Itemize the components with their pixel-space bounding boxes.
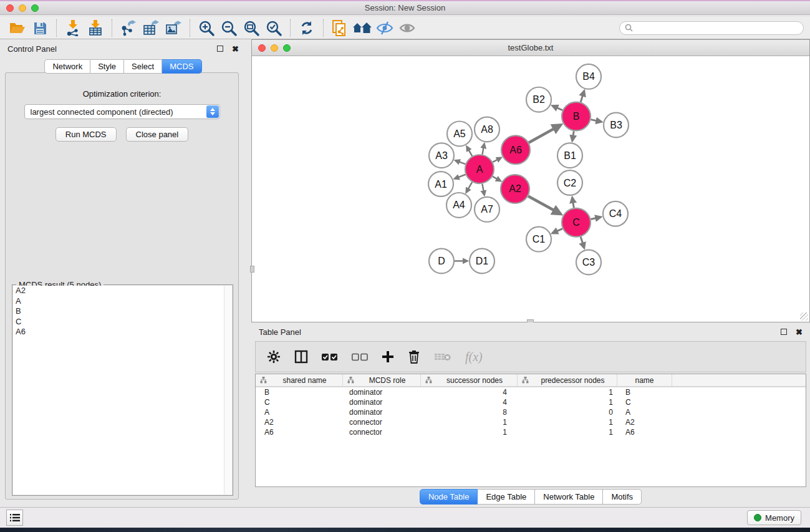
mcds-result-list[interactable]: A2ABCA6 bbox=[13, 286, 232, 495]
result-item[interactable]: A2 bbox=[13, 286, 232, 296]
tab-mcds[interactable]: MCDS bbox=[162, 59, 201, 74]
close-panel-icon[interactable]: ✖ bbox=[232, 44, 239, 54]
delete-icon[interactable] bbox=[408, 350, 420, 364]
graph-node-label: A7 bbox=[481, 204, 493, 215]
select-all-icon[interactable] bbox=[322, 353, 338, 361]
graph-edge-C-C3[interactable] bbox=[581, 237, 584, 248]
column-header-successor-nodes[interactable]: successor nodes bbox=[421, 374, 518, 386]
table-tab-network-table[interactable]: Network Table bbox=[535, 489, 603, 505]
result-item[interactable]: A6 bbox=[13, 327, 232, 337]
graph-node-label: B bbox=[573, 111, 580, 122]
zoom-out-icon[interactable] bbox=[218, 18, 240, 38]
delete-column-icon[interactable] bbox=[434, 352, 451, 362]
column-view-icon[interactable] bbox=[294, 350, 308, 364]
graph-node-label: A8 bbox=[481, 124, 493, 135]
task-history-button[interactable] bbox=[6, 510, 23, 526]
control-panel-title: Control Panel bbox=[7, 44, 57, 54]
result-item[interactable]: B bbox=[13, 306, 232, 317]
tab-network[interactable]: Network bbox=[44, 59, 90, 74]
home-icon[interactable] bbox=[351, 18, 374, 38]
resize-grip[interactable] bbox=[800, 312, 808, 321]
graph-edge-A-A8[interactable] bbox=[482, 143, 484, 154]
graph-edge-B-B3[interactable] bbox=[591, 120, 601, 122]
zoom-fit-icon[interactable] bbox=[240, 18, 263, 38]
table-tab-edge-table[interactable]: Edge Table bbox=[478, 489, 535, 505]
table-panel: Table Panel ✖ f(x) shared nameMCDS roles… bbox=[251, 322, 810, 507]
graph-edge-A6-B[interactable] bbox=[529, 125, 561, 142]
cell: dominator bbox=[343, 408, 421, 417]
graph-edge-A2-C[interactable] bbox=[528, 196, 561, 215]
table-body: Bdominator41BCdominator41CAdominator80AA… bbox=[256, 387, 806, 437]
column-header-name[interactable]: name bbox=[617, 374, 672, 386]
column-header-shared-name[interactable]: shared name bbox=[256, 374, 343, 386]
network-window: testGlobe.txt B4B2BB3A8A5A6A3B1AA1C2A2A4… bbox=[251, 39, 810, 322]
float-panel-icon[interactable] bbox=[217, 46, 223, 52]
graph-edge-A-A2[interactable] bbox=[493, 177, 501, 181]
graph-edge-B-B1[interactable] bbox=[572, 131, 574, 141]
export-image-icon[interactable] bbox=[162, 18, 185, 38]
table-row[interactable]: Cdominator41C bbox=[256, 397, 806, 407]
table-float-icon[interactable] bbox=[781, 329, 787, 335]
graph-node-label: C3 bbox=[582, 257, 595, 268]
graph-edge-A-A4[interactable] bbox=[466, 182, 473, 193]
close-panel-button[interactable]: Close panel bbox=[126, 127, 189, 142]
zoom-selected-icon[interactable] bbox=[263, 18, 285, 38]
clone-network-icon[interactable] bbox=[329, 18, 351, 38]
search-box[interactable] bbox=[619, 21, 804, 35]
import-table-icon[interactable] bbox=[84, 18, 107, 38]
graph-edge-A-A1[interactable] bbox=[455, 175, 466, 179]
cell: 4 bbox=[421, 398, 518, 407]
graph-edge-C-C4[interactable] bbox=[591, 217, 600, 220]
import-network-icon[interactable] bbox=[62, 18, 84, 38]
memory-button[interactable]: Memory bbox=[747, 510, 801, 525]
deselect-all-icon[interactable] bbox=[352, 353, 368, 361]
graph-edge-A-A6[interactable] bbox=[493, 158, 501, 162]
column-header-predecessor-nodes[interactable]: predecessor nodes bbox=[518, 374, 617, 386]
graph-edge-A-A7[interactable] bbox=[482, 184, 484, 195]
cell: 0 bbox=[518, 408, 617, 417]
table-row[interactable]: A6connector11A6 bbox=[256, 427, 806, 437]
graph-edge-A-A3[interactable] bbox=[455, 160, 465, 164]
table-row[interactable]: Bdominator41B bbox=[256, 387, 806, 397]
column-header-MCDS-role[interactable]: MCDS role bbox=[343, 374, 421, 386]
gear-icon[interactable] bbox=[267, 350, 281, 364]
export-network-icon[interactable] bbox=[117, 18, 140, 38]
table-row[interactable]: Adominator80A bbox=[256, 407, 806, 417]
cell: 1 bbox=[421, 428, 518, 437]
graph-edge-B-B4[interactable] bbox=[581, 91, 584, 102]
cell: B bbox=[256, 388, 343, 397]
refresh-layout-icon[interactable] bbox=[296, 18, 318, 38]
table-tabs: Node TableEdge TableNetwork TableMotifs bbox=[251, 489, 810, 505]
function-icon[interactable]: f(x) bbox=[465, 350, 483, 364]
cell: A6 bbox=[617, 428, 672, 437]
graph-edge-C-C1[interactable] bbox=[552, 229, 562, 233]
vertical-divider-handle[interactable] bbox=[250, 266, 254, 273]
show-eye-icon[interactable] bbox=[396, 18, 418, 38]
tab-select[interactable]: Select bbox=[124, 59, 162, 74]
desktop-background bbox=[0, 528, 810, 532]
table-row[interactable]: A2connector11A2 bbox=[256, 417, 806, 427]
save-icon[interactable] bbox=[29, 18, 51, 38]
graph-edge-C-C2[interactable] bbox=[572, 198, 574, 208]
add-column-icon[interactable] bbox=[382, 351, 394, 363]
optimization-criterion-select[interactable]: largest connected component (directed) bbox=[24, 104, 220, 119]
graph-edge-B-B2[interactable] bbox=[552, 105, 562, 110]
table-tab-node-table[interactable]: Node Table bbox=[420, 489, 478, 505]
result-item[interactable]: A bbox=[13, 296, 232, 307]
open-folder-icon[interactable] bbox=[6, 18, 29, 38]
export-table-icon[interactable] bbox=[140, 18, 162, 38]
window-titlebar: Session: New Session bbox=[0, 0, 810, 15]
hide-eye-icon[interactable] bbox=[374, 18, 396, 38]
search-input[interactable] bbox=[636, 24, 798, 32]
network-canvas[interactable]: B4B2BB3A8A5A6A3B1AA1C2A2A4A7C4CC1DD1C3 bbox=[253, 57, 809, 321]
table-close-icon[interactable]: ✖ bbox=[796, 327, 803, 337]
run-mcds-button[interactable]: Run MCDS bbox=[55, 127, 117, 142]
network-window-titlebar[interactable]: testGlobe.txt bbox=[252, 40, 809, 56]
zoom-in-icon[interactable] bbox=[195, 18, 218, 38]
graph-node-label: A2 bbox=[509, 184, 521, 195]
result-scrollbar[interactable] bbox=[224, 286, 232, 495]
graph-edge-A-A5[interactable] bbox=[467, 147, 473, 157]
table-tab-motifs[interactable]: Motifs bbox=[603, 489, 642, 505]
result-item[interactable]: C bbox=[13, 317, 232, 327]
tab-style[interactable]: Style bbox=[90, 59, 124, 74]
